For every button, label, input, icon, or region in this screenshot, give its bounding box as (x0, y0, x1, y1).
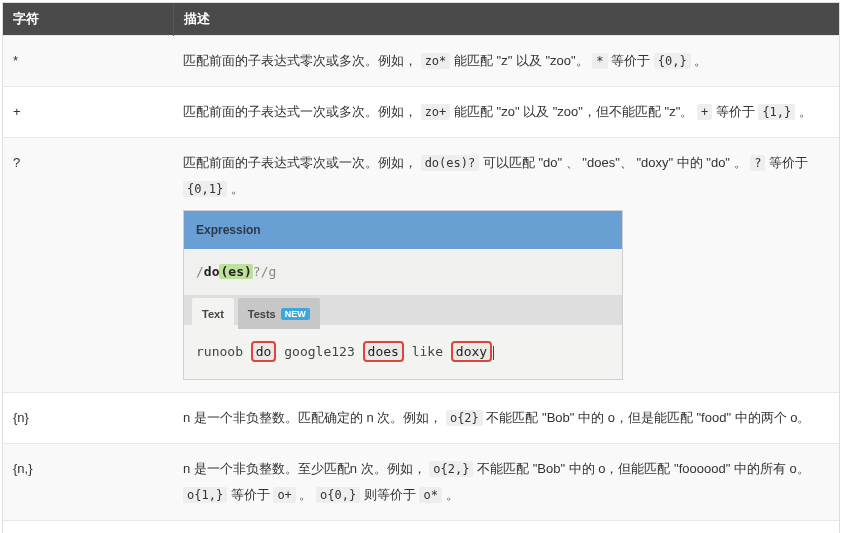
desc-text: 能匹配 "z" 以及 "zoo"。 (454, 53, 589, 68)
code-snippet: zo* (421, 53, 451, 69)
tab-tests[interactable]: Tests NEW (238, 298, 320, 329)
char-cell: + (3, 87, 173, 138)
code-snippet: {0,} (654, 53, 691, 69)
desc-text: 。 (299, 487, 312, 502)
code-snippet: {1,} (758, 104, 795, 120)
desc-text: 匹配前面的子表达式零次或一次。例如， (183, 155, 417, 170)
regex-tester-widget: Expression /do(es)?/g Text Tests NEW run… (183, 210, 623, 380)
table-row: ? 匹配前面的子表达式零次或一次。例如， do(es)? 可以匹配 "do" 、… (3, 138, 839, 393)
code-snippet: o+ (273, 487, 295, 503)
text-cursor (493, 346, 494, 360)
char-cell: * (3, 36, 173, 87)
desc-cell: 匹配前面的子表达式零次或一次。例如， do(es)? 可以匹配 "do" 、 "… (173, 138, 839, 393)
table-row: * 匹配前面的子表达式零次或多次。例如， zo* 能匹配 "z" 以及 "zoo… (3, 36, 839, 87)
table-row: {n,m} m 和 n 均为非负整数，其中 n <= m。最少匹配 n 次且最多… (3, 521, 839, 534)
desc-text: 则等价于 (364, 487, 420, 502)
desc-cell: m 和 n 均为非负整数，其中 n <= m。最少匹配 n 次且最多匹配 m 次… (173, 521, 839, 534)
tab-tests-label: Tests (248, 308, 276, 320)
header-char: 字符 (3, 3, 173, 36)
desc-text: 能匹配 "zo" 以及 "zoo"，但不能匹配 "z"。 (454, 104, 693, 119)
code-snippet: o* (419, 487, 441, 503)
desc-cell: n 是一个非负整数。至少匹配n 次。例如， o{2,} 不能匹配 "Bob" 中… (173, 444, 839, 521)
code-snippet: {0,1} (183, 181, 227, 197)
code-snippet: + (697, 104, 712, 120)
tester-tabs: Text Tests NEW (184, 295, 622, 325)
regex-match: doxy (451, 341, 492, 362)
code-snippet: * (592, 53, 607, 69)
desc-text: 。 (799, 104, 812, 119)
desc-text: n 是一个非负整数。匹配确定的 n 次。例如， (183, 410, 442, 425)
desc-cell: 匹配前面的子表达式一次或多次。例如， zo+ 能匹配 "zo" 以及 "zoo"… (173, 87, 839, 138)
badge-new: NEW (281, 308, 310, 320)
regex-literal: do (204, 264, 220, 279)
code-snippet: o{2,} (429, 461, 473, 477)
table-row: {n,} n 是一个非负整数。至少匹配n 次。例如， o{2,} 不能匹配 "B… (3, 444, 839, 521)
desc-text: 等价于 (231, 487, 274, 502)
header-desc: 描述 (173, 3, 839, 36)
code-snippet: o{1,} (183, 487, 227, 503)
char-cell: {n,m} (3, 521, 173, 534)
desc-cell: 匹配前面的子表达式零次或多次。例如， zo* 能匹配 "z" 以及 "zoo"。… (173, 36, 839, 87)
tester-expression-header[interactable]: Expression (184, 211, 622, 249)
desc-text: n 是一个非负整数。至少匹配n 次。例如， (183, 461, 426, 476)
desc-text: 等价于 (716, 104, 759, 119)
desc-text: 。 (446, 487, 459, 502)
code-snippet: do(es)? (421, 155, 480, 171)
regex-group: (es) (219, 264, 252, 279)
table-header-row: 字符 描述 (3, 3, 839, 36)
regex-match: do (251, 341, 277, 362)
char-cell: ? (3, 138, 173, 393)
code-snippet: o{0,} (316, 487, 360, 503)
regex-flags: g (268, 264, 276, 279)
desc-text: 匹配前面的子表达式一次或多次。例如， (183, 104, 417, 119)
desc-text: 等价于 (769, 155, 808, 170)
regex-quantifier: ? (253, 264, 261, 279)
tab-text[interactable]: Text (192, 298, 234, 329)
code-snippet: o{2} (446, 410, 483, 426)
desc-text: 。 (231, 181, 244, 196)
tester-expression-body[interactable]: /do(es)?/g (184, 249, 622, 295)
desc-text: 不能匹配 "Bob" 中的 o，但能匹配 "foooood" 中的所有 o。 (477, 461, 810, 476)
sample-word: like (412, 344, 443, 359)
desc-text: 可以匹配 "do" 、 "does"、 "doxy" 中的 "do" 。 (483, 155, 747, 170)
sample-word: google123 (284, 344, 354, 359)
desc-text: 不能匹配 "Bob" 中的 o，但是能匹配 "food" 中的两个 o。 (486, 410, 810, 425)
table-row: {n} n 是一个非负整数。匹配确定的 n 次。例如， o{2} 不能匹配 "B… (3, 393, 839, 444)
code-snippet: zo+ (421, 104, 451, 120)
char-cell: {n,} (3, 444, 173, 521)
char-cell: {n} (3, 393, 173, 444)
desc-text: 。 (694, 53, 707, 68)
regex-reference-table: 字符 描述 * 匹配前面的子表达式零次或多次。例如， zo* 能匹配 "z" 以… (2, 2, 840, 533)
regex-delim: / (196, 264, 204, 279)
table: 字符 描述 * 匹配前面的子表达式零次或多次。例如， zo* 能匹配 "z" 以… (3, 3, 839, 533)
table-row: + 匹配前面的子表达式一次或多次。例如， zo+ 能匹配 "zo" 以及 "zo… (3, 87, 839, 138)
sample-word: runoob (196, 344, 243, 359)
desc-cell: n 是一个非负整数。匹配确定的 n 次。例如， o{2} 不能匹配 "Bob" … (173, 393, 839, 444)
regex-match: does (363, 341, 404, 362)
desc-text: 匹配前面的子表达式零次或多次。例如， (183, 53, 417, 68)
code-snippet: ? (750, 155, 765, 171)
desc-text: 等价于 (611, 53, 654, 68)
tester-sample-text[interactable]: runoob do google123 does like doxy (184, 325, 622, 379)
